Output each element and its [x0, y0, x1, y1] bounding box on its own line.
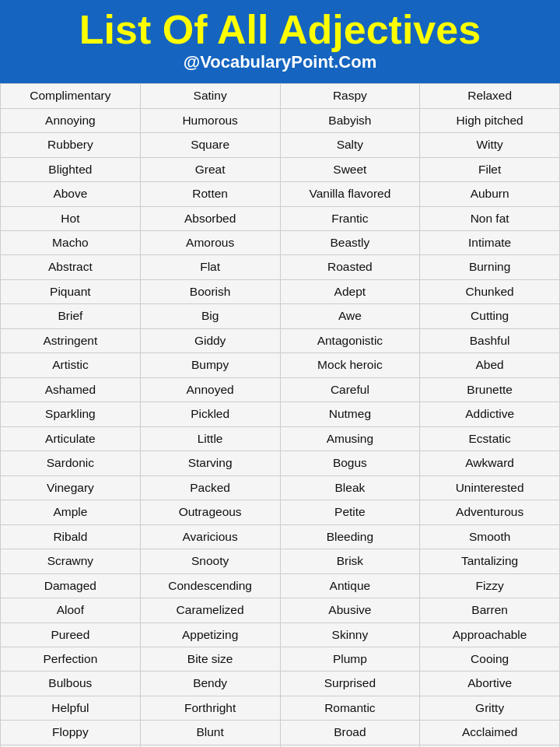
table-cell: Ample [1, 500, 141, 524]
table-cell: Burning [420, 255, 560, 279]
table-cell: Acclaimed [420, 721, 560, 745]
table-cell: Abortive [420, 672, 560, 696]
table-cell: Awe [280, 304, 420, 328]
table-cell: Smooth [420, 524, 560, 549]
table-cell: Approachable [420, 622, 560, 647]
table-cell: Adept [280, 279, 420, 303]
table-cell: Antagonistic [280, 328, 420, 352]
table-cell: Articulate [1, 426, 141, 451]
table-cell: Piquant [1, 279, 141, 303]
table-cell: Bleak [280, 475, 420, 500]
table-cell: Packed [140, 475, 280, 500]
adjectives-table: ComplimentarySatinyRaspyRelaxedAnnoyingH… [0, 83, 560, 747]
table-cell: Amorous [140, 231, 280, 255]
table-cell: Beastly [280, 231, 420, 255]
table-cell: Macho [1, 231, 141, 255]
table-cell: Barren [420, 598, 560, 622]
table-cell: Vanilla flavored [280, 182, 420, 206]
table-cell: Uninterested [420, 475, 560, 500]
table-cell: Annoying [1, 108, 141, 132]
table-cell: Starving [140, 451, 280, 475]
table-cell: Raspy [280, 84, 420, 108]
table-cell: Snooty [140, 549, 280, 573]
table-cell: Caramelized [140, 598, 280, 622]
table-cell: Frantic [280, 206, 420, 230]
table-cell: Outrageous [140, 500, 280, 524]
table-cell: Little [140, 426, 280, 451]
table-cell: Relaxed [420, 84, 560, 108]
table-cell: Pureed [1, 622, 141, 647]
table-cell: Artistic [1, 353, 141, 377]
table-cell: Abusive [280, 598, 420, 622]
table-cell: Satiny [140, 84, 280, 108]
table-cell: Astringent [1, 328, 141, 352]
table-cell: Filet [420, 157, 560, 181]
table-cell: Absorbed [140, 206, 280, 230]
table-cell: Bleeding [280, 524, 420, 549]
table-cell: Awkward [420, 451, 560, 475]
table-cell: Rubbery [1, 133, 141, 157]
table-cell: Bogus [280, 451, 420, 475]
table-cell: Cutting [420, 304, 560, 328]
table-cell: Scrawny [1, 549, 141, 573]
table-cell: Floppy [1, 721, 141, 745]
table-cell: Boorish [140, 279, 280, 303]
table-cell: Aloof [1, 598, 141, 622]
table-cell: Chunked [420, 279, 560, 303]
table-cell: Perfection [1, 647, 141, 671]
table-cell: Addictive [420, 402, 560, 426]
table-cell: Ribald [1, 524, 141, 549]
table-cell: Amusing [280, 426, 420, 451]
table-cell: Nutmeg [280, 402, 420, 426]
table-cell: Bumpy [140, 353, 280, 377]
table-cell: Bulbous [1, 672, 141, 696]
table-cell: Annoyed [140, 377, 280, 402]
table-cell: Surprised [280, 672, 420, 696]
table-cell: Abstract [1, 255, 141, 279]
table-cell: Witty [420, 133, 560, 157]
table-cell: Petite [280, 500, 420, 524]
table-cell: Intimate [420, 231, 560, 255]
table-cell: Bendy [140, 672, 280, 696]
table-cell: Non fat [420, 206, 560, 230]
table-cell: Sparkling [1, 402, 141, 426]
table-cell: Auburn [420, 182, 560, 206]
table-cell: Cooing [420, 647, 560, 671]
table-cell: Bashful [420, 328, 560, 352]
table-cell: Gritty [420, 696, 560, 720]
table-cell: Complimentary [1, 84, 141, 108]
table-cell: Adventurous [420, 500, 560, 524]
table-cell: Brisk [280, 549, 420, 573]
table-cell: High pitched [420, 108, 560, 132]
table-cell: Sardonic [1, 451, 141, 475]
table-cell: Big [140, 304, 280, 328]
table-cell: Ecstatic [420, 426, 560, 451]
table-cell: Helpful [1, 696, 141, 720]
table-cell: Brunette [420, 377, 560, 402]
table-cell: Tantalizing [420, 549, 560, 573]
table-cell: Sweet [280, 157, 420, 181]
table-cell: Plump [280, 647, 420, 671]
table-cell: Abed [420, 353, 560, 377]
table-cell: Mock heroic [280, 353, 420, 377]
table-cell: Square [140, 133, 280, 157]
table-cell: Blighted [1, 157, 141, 181]
table-cell: Antique [280, 573, 420, 598]
page-subtitle: @VocabularyPoint.Com [12, 52, 548, 72]
table-cell: Humorous [140, 108, 280, 132]
table-cell: Great [140, 157, 280, 181]
table-cell: Fizzy [420, 573, 560, 598]
table-cell: Hot [1, 206, 141, 230]
page-title: List Of All Adjectives [12, 8, 548, 52]
table-cell: Blunt [140, 721, 280, 745]
adjectives-table-container: ComplimentarySatinyRaspyRelaxedAnnoyingH… [0, 83, 560, 747]
table-cell: Bite size [140, 647, 280, 671]
table-cell: Brief [1, 304, 141, 328]
table-cell: Ashamed [1, 377, 141, 402]
table-cell: Vinegary [1, 475, 141, 500]
table-cell: Broad [280, 721, 420, 745]
table-cell: Careful [280, 377, 420, 402]
table-cell: Giddy [140, 328, 280, 352]
table-cell: Damaged [1, 573, 141, 598]
table-cell: Above [1, 182, 141, 206]
